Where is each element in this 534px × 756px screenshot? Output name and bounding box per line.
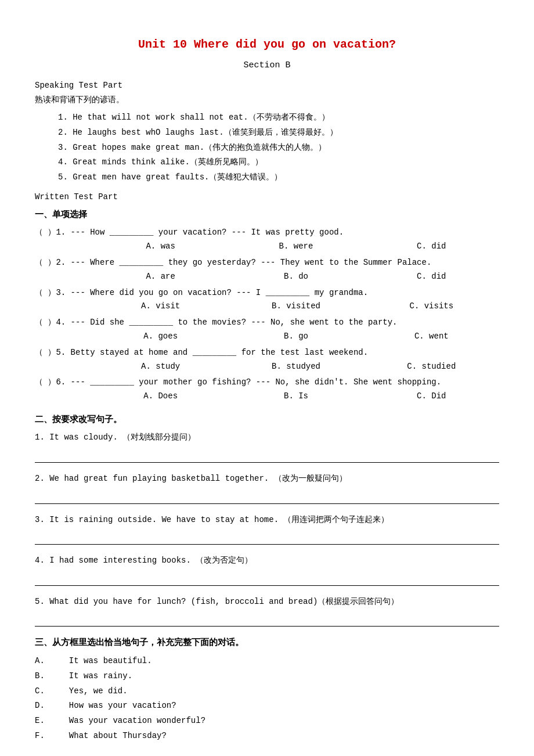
- opt-d-key: D.: [35, 701, 45, 710]
- question-2: （ ）2. --- Where _________ they go yester…: [35, 256, 499, 284]
- proverb-list: 1. He that will not work shall not eat.（…: [35, 111, 499, 185]
- q1-opt-c: C. did: [364, 240, 499, 254]
- opt-c-text: Yes, we did.: [69, 686, 128, 696]
- rewrite-3-text: 3. It is raining outside. We have to sta…: [35, 513, 499, 527]
- list-item: C. Yes, we did.: [35, 685, 499, 699]
- page-title: Unit 10 Where did you go on vacation?: [35, 35, 499, 55]
- list-item: F. What about Thursday?: [35, 729, 499, 743]
- opt-d-text: How was your vacation?: [69, 701, 176, 710]
- q3-opt-b: B. visited: [228, 300, 363, 314]
- rewrite-1-text: 1. It was cloudy. （对划线部分提问）: [35, 431, 499, 445]
- q6-answers: A. Does B. Is C. Did: [35, 390, 499, 404]
- box-options-list: A. It was beautiful. B. It was rainy. C.…: [35, 654, 499, 743]
- section-two-title: 二、按要求改写句子。: [35, 413, 499, 428]
- rewrite-2: 2. We had great fun playing basketball t…: [35, 472, 499, 504]
- speaking-chinese: 熟读和背诵下列的谚语。: [35, 93, 499, 107]
- rewrite-5: 5. What did you have for lunch? (fish, b…: [35, 595, 499, 627]
- list-item: B. It was rainy.: [35, 669, 499, 683]
- opt-f-key: F.: [35, 731, 45, 740]
- rewrite-1-answer-line[interactable]: [35, 448, 499, 463]
- q4-opt-b: B. go: [228, 330, 363, 344]
- rewrite-3-answer-line[interactable]: [35, 530, 499, 545]
- speaking-label: Speaking Test Part: [35, 79, 499, 93]
- q5-opt-a: A. study: [93, 360, 228, 374]
- q4-opt-c: C. went: [364, 330, 499, 344]
- rewrite-2-text: 2. We had great fun playing basketball t…: [35, 472, 499, 486]
- list-item: 2. He laughs best whO laughs last.（谁笑到最后…: [58, 126, 499, 140]
- q5-text: （ ）5. Betty stayed at home and _________…: [35, 346, 499, 360]
- rewrite-4-text: 4. I had some interesting books. （改为否定句）: [35, 554, 499, 568]
- q4-text: （ ）4. --- Did she _________ to the movie…: [35, 316, 499, 330]
- q2-answers: A. are B. do C. did: [35, 270, 499, 284]
- q5-opt-b: B. studyed: [228, 360, 363, 374]
- q5-answers: A. study B. studyed C. studied: [35, 360, 499, 374]
- rewrite-4: 4. I had some interesting books. （改为否定句）: [35, 554, 499, 586]
- q5-opt-c: C. studied: [364, 360, 499, 374]
- q2-opt-c: C. did: [364, 270, 499, 284]
- written-label: Written Test Part: [35, 190, 499, 204]
- section-one-title: 一、单项选择: [35, 208, 499, 223]
- rewrite-2-answer-line[interactable]: [35, 489, 499, 504]
- q2-opt-a: A. are: [93, 270, 228, 284]
- q4-opt-a: A. goes: [93, 330, 228, 344]
- list-item: 5. Great men have great faults.（英雄犯大错误。）: [58, 171, 499, 185]
- rewrite-4-answer-line[interactable]: [35, 571, 499, 586]
- q6-opt-c: C. Did: [364, 390, 499, 404]
- opt-b-text: It was rainy.: [69, 671, 132, 681]
- question-3: （ ）3. --- Where did you go on vacation? …: [35, 286, 499, 314]
- opt-a-text: It was beautiful.: [69, 656, 152, 665]
- q3-answers: A. visit B. visited C. visits: [35, 300, 499, 314]
- section-three-title: 三、从方框里选出恰当地句子，补充完整下面的对话。: [35, 636, 499, 651]
- q3-text: （ ）3. --- Where did you go on vacation? …: [35, 286, 499, 300]
- section-two: 二、按要求改写句子。 1. It was cloudy. （对划线部分提问） 2…: [35, 413, 499, 627]
- q3-opt-a: A. visit: [93, 300, 228, 314]
- list-item: A. It was beautiful.: [35, 654, 499, 668]
- list-item: D. How was your vacation?: [35, 699, 499, 713]
- opt-c-key: C.: [35, 686, 45, 696]
- question-1: （ ）1. --- How _________ your vacation? -…: [35, 226, 499, 254]
- q6-opt-b: B. Is: [228, 390, 363, 404]
- list-item: E. Was your vacation wonderful?: [35, 714, 499, 728]
- question-5: （ ）5. Betty stayed at home and _________…: [35, 346, 499, 374]
- list-item: 4. Great minds think alike.（英雄所见略同。）: [58, 156, 499, 170]
- opt-e-key: E.: [35, 716, 45, 725]
- rewrite-3: 3. It is raining outside. We have to sta…: [35, 513, 499, 545]
- q3-opt-c: C. visits: [364, 300, 499, 314]
- list-item: 3. Great hopes make great man.（伟大的抱负造就伟大…: [58, 141, 499, 155]
- rewrite-5-answer-line[interactable]: [35, 613, 499, 627]
- subtitle: Section B: [35, 58, 499, 73]
- q6-opt-a: A. Does: [93, 390, 228, 404]
- rewrite-5-text: 5. What did you have for lunch? (fish, b…: [35, 595, 499, 609]
- q1-answers: A. was B. were C. did: [35, 240, 499, 254]
- opt-a-key: A.: [35, 656, 45, 665]
- question-4: （ ）4. --- Did she _________ to the movie…: [35, 316, 499, 344]
- opt-e-text: Was your vacation wonderful?: [69, 716, 205, 725]
- q4-answers: A. goes B. go C. went: [35, 330, 499, 344]
- q2-opt-b: B. do: [228, 270, 363, 284]
- q6-text: （ ）6. --- _________ your mother go fishi…: [35, 376, 499, 390]
- q1-text: （ ）1. --- How _________ your vacation? -…: [35, 226, 499, 240]
- q1-opt-b: B. were: [228, 240, 363, 254]
- list-item: 1. He that will not work shall not eat.（…: [58, 111, 499, 125]
- opt-f-text: What about Thursday?: [69, 731, 167, 740]
- q2-text: （ ）2. --- Where _________ they go yester…: [35, 256, 499, 270]
- q1-opt-a: A. was: [93, 240, 228, 254]
- section-three: 三、从方框里选出恰当地句子，补充完整下面的对话。 A. It was beaut…: [35, 636, 499, 743]
- question-6: （ ）6. --- _________ your mother go fishi…: [35, 376, 499, 404]
- opt-b-key: B.: [35, 671, 45, 681]
- rewrite-1: 1. It was cloudy. （对划线部分提问）: [35, 431, 499, 463]
